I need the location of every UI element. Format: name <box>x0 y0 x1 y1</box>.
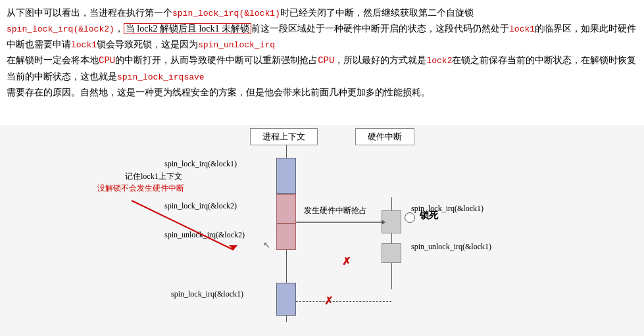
circle-lock-symbol <box>405 212 415 223</box>
text-line3-mid: 的中断打开，从而导致硬件中断可以重新强制抢占 <box>115 55 318 65</box>
code-lock1-2: lock1 <box>71 40 97 50</box>
note-lock1-context: 记住lock1上下文 <box>125 171 182 182</box>
lock-dead-label: 锁死 <box>420 210 438 222</box>
main-text: 从下图中可以看出，当进程在执行第一个spin_lock_irq(&lock1)时… <box>0 0 644 103</box>
svg-marker-3 <box>229 245 237 250</box>
label-spin-lock-irq-lock1: spin_lock_irq(&lock1) <box>164 159 237 169</box>
code-spin-unlock-irq: spin_unlock_irq <box>198 40 275 50</box>
block-lock2-process <box>276 194 296 224</box>
text-line1: 从下图中可以看出，当进程在执行第一个 <box>7 8 172 18</box>
cpu-text-2: CPU <box>318 55 334 66</box>
label-spin-lock-irq-lock1-bottom: spin_lock_irq(&lock1) <box>171 289 243 299</box>
block-lock1-process-bottom <box>276 283 296 316</box>
block-hw-lock1 <box>382 210 401 233</box>
col-header-interrupt: 硬件中断 <box>355 128 414 145</box>
highlight-lock2-lock1: 当 lock2 解锁后且 lock1 未解锁 <box>124 23 251 34</box>
text-line2-mid: 前这一段区域处于一种硬件中断开启的状态，这段代码仍然处于 <box>251 24 509 34</box>
text-line3-end: ，所以最好的方式就是 <box>334 55 426 65</box>
text-line1b: 时已经关闭了中断，然后继续获取第二个自旋锁 <box>280 8 474 18</box>
label-spin-unlock-irq-lock1-right: spin_unlock_irq(&lock1) <box>411 242 491 252</box>
text-line4: 需要存在的原因。自然地，这是一种更为线程安全的方案，但是他会带来比前面几种更加多… <box>7 87 430 97</box>
label-spin-lock-irq-lock2: spin_lock_irq(&lock2) <box>164 201 237 211</box>
label-spin-unlock-irq-lock2: spin_unlock_irq(&lock2) <box>164 230 245 240</box>
block-lock1-process <box>276 158 296 194</box>
diagram: 进程上下文 硬件中断 spin_lock_irq(&lock1) spin_lo… <box>0 125 644 336</box>
col-header-process: 进程上下文 <box>250 128 318 145</box>
block-hw-unlock1 <box>382 243 401 263</box>
code-lock2: lock2 <box>426 56 452 66</box>
interrupt-label: 发生硬件中断抢占 <box>304 205 367 216</box>
text-line3-pre: 在解锁时一定会将本地 <box>7 55 99 65</box>
text-line2-end2: 锁会导致死锁，这是因为 <box>97 39 198 49</box>
x-mark-1: ✗ <box>342 255 351 268</box>
code-lock1: lock1 <box>509 24 535 34</box>
dotted-line-bottom <box>296 301 391 302</box>
block-unlock-lock2-process <box>276 224 296 250</box>
cpu-text-1: CPU <box>99 55 115 66</box>
cursor: ↖ <box>263 240 270 251</box>
code-spin-lock-irqsave: spin_lock_irqsave <box>117 72 205 82</box>
code-spin-lock-irq-lock2: spin_lock_irq(&lock2) <box>7 24 114 34</box>
code-spin-lock-irq-lock1: spin_lock_irq(&lock1) <box>172 9 280 18</box>
no-unlock-no-hw-interrupt-label: 没解锁不会发生硬件中断 <box>97 183 184 194</box>
text-comma: ， <box>114 24 124 34</box>
diagram-svg <box>0 125 644 336</box>
